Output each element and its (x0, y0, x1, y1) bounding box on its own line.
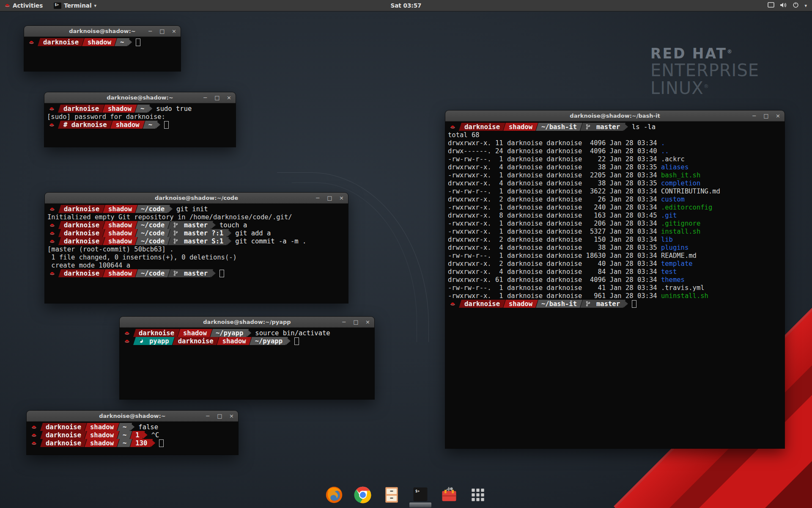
activities-button[interactable]: Activities (3, 0, 44, 11)
host-segment: shadow (178, 329, 212, 337)
prompt-arrow-icon (130, 423, 134, 431)
user-segment: darknoise (459, 123, 505, 131)
file-attributes: drwxrwxr-x. 2 darknoise darknoise 150 Ja… (448, 236, 661, 243)
window-titlebar[interactable]: darknoise@shadow:~−□× (44, 92, 236, 103)
user-segment: darknoise (40, 423, 87, 431)
prompt-line: darknoiseshadow~/codemaster ?:1git add a (47, 229, 346, 237)
prompt-line: darknoiseshadow~ (27, 38, 178, 46)
terminal-content[interactable]: darknoiseshadow~/codegit initInitialized… (45, 204, 348, 277)
prompt-arrow-icon (227, 237, 231, 245)
window-maximize-button[interactable]: □ (327, 195, 332, 201)
branch-segment: master (168, 269, 213, 277)
window-titlebar[interactable]: darknoise@shadow:~/pyapp−□× (120, 317, 374, 328)
file-name: bash_it.sh (661, 171, 700, 179)
window-minimize-button[interactable]: − (752, 113, 757, 119)
user-segment: darknoise (38, 38, 84, 46)
window-minimize-button[interactable]: − (148, 28, 153, 34)
clock[interactable]: Sat 03:57 (0, 2, 812, 9)
window-title: darknoise@shadow:~ (99, 413, 165, 419)
window-minimize-button[interactable]: − (205, 413, 211, 419)
window-maximize-button[interactable]: □ (159, 28, 165, 34)
path-segment: ~/code (135, 205, 170, 213)
branch-icon (173, 271, 181, 276)
host-segment: shadow (110, 121, 145, 129)
file-list-row: drwxrwxr-x. 4 darknoise darknoise 38 Jan… (448, 243, 782, 251)
dock-item-app-grid[interactable] (468, 485, 488, 505)
redhat-icon (29, 433, 42, 437)
terminal-content[interactable]: darknoiseshadow~sudo true[sudo] password… (44, 103, 236, 129)
path-segment: ~/code (135, 237, 170, 245)
dock-item-chrome[interactable] (353, 485, 373, 505)
file-attributes: drwxrwxr-x. 61 darknoise darknoise 4096 … (448, 276, 661, 284)
window-titlebar[interactable]: darknoise@shadow:~−□× (27, 411, 238, 422)
dock-item-toolbox[interactable] (439, 485, 459, 505)
terminal-content[interactable]: darknoiseshadow~falsedarknoiseshadow~1^C… (27, 422, 238, 447)
terminal-window-t3: darknoise@shadow:~/code−□×darknoiseshado… (45, 193, 348, 303)
window-close-button[interactable]: × (339, 195, 344, 201)
file-attributes: drwxrwxr-x. 2 darknoise darknoise 40 Jan… (448, 260, 661, 268)
host-segment: shadow (503, 300, 538, 308)
window-close-button[interactable]: × (775, 113, 781, 119)
file-list-row: drwxrwxr-x. 8 darknoise darknoise 163 Ja… (448, 211, 782, 219)
path-segment: ~/code (135, 229, 170, 237)
redhat-icon (122, 331, 135, 335)
file-name: .editorconfig (661, 204, 712, 211)
file-name: themes (661, 276, 685, 284)
window-titlebar[interactable]: darknoise@shadow:~/bash-it−□× (445, 110, 785, 121)
branch-segment: master ?:1 (168, 229, 229, 237)
output-line: [sudo] password for darknoise: (47, 113, 233, 121)
command-text: sudo true (156, 105, 192, 113)
terminal-icon: $> (411, 486, 430, 504)
branch-segment: master S:1 (168, 237, 229, 245)
window-titlebar[interactable]: darknoise@shadow:~/code−□× (45, 193, 348, 204)
chevron-down-icon: ▾ (94, 3, 97, 8)
prompt-arrow-icon (151, 439, 155, 447)
file-attributes: drwxrwxr-x. 2 darknoise darknoise 26 Jan… (448, 196, 661, 203)
file-name: aliases (661, 163, 689, 171)
prompt-arrow-icon (156, 121, 160, 129)
window-close-button[interactable]: × (171, 28, 177, 34)
focused-app-menu[interactable]: $> Terminal ▾ (50, 0, 100, 11)
window-minimize-button[interactable]: − (315, 195, 321, 201)
prompt-arrow-icon (247, 329, 251, 337)
terminal-content[interactable]: darknoiseshadow~/pyappsource bin/activat… (120, 328, 374, 345)
window-close-button[interactable]: × (365, 319, 370, 325)
command-text: git add a (235, 229, 271, 237)
exit-segment: 130 (130, 439, 153, 447)
window-minimize-button[interactable]: − (203, 95, 208, 100)
dock-item-files[interactable] (382, 485, 401, 505)
redhat-logo-icon (5, 2, 10, 9)
window-maximize-button[interactable]: □ (217, 413, 222, 419)
window-maximize-button[interactable]: □ (353, 319, 359, 325)
output-line: 1 file changed, 0 insertions(+), 0 delet… (47, 253, 346, 261)
terminal-content[interactable]: darknoiseshadow~/bash-itmasterls -latota… (445, 121, 785, 308)
terminal-content[interactable]: darknoiseshadow~ (24, 37, 181, 46)
prompt-line: darknoiseshadow~/codegit init (47, 205, 346, 213)
window-close-button[interactable]: × (229, 413, 234, 419)
window-titlebar[interactable]: darknoise@shadow:~−□× (24, 26, 181, 37)
prompt-line: darknoiseshadow~/pyappsource bin/activat… (122, 329, 372, 337)
branch-icon (173, 222, 181, 228)
dock-item-firefox[interactable] (324, 485, 344, 505)
command-text: source bin/activate (255, 329, 330, 337)
prompt-line: darknoiseshadow~130 (29, 439, 236, 447)
file-list-row: drwxrwxr-x. 11 darknoise darknoise 4096 … (448, 139, 782, 147)
window-close-button[interactable]: × (226, 95, 232, 100)
branch-icon (173, 238, 181, 244)
system-status-area[interactable]: ▾ (768, 2, 812, 9)
window-controls: −□× (315, 193, 344, 203)
window-minimize-button[interactable]: − (341, 319, 347, 325)
host-segment: shadow (103, 205, 137, 213)
file-name: .. (661, 147, 669, 155)
prompt-line: # darknoiseshadow~ (47, 121, 233, 129)
path-segment: ~/pyapp (210, 329, 249, 337)
prompt-line: darknoiseshadow~/codemaster S:1git commi… (47, 237, 346, 245)
terminal-window-t1: darknoise@shadow:~−□×darknoiseshadow~ (24, 26, 181, 71)
file-name: README.md (661, 252, 697, 260)
dock-item-terminal[interactable]: $> (411, 485, 430, 505)
redhat-icon (448, 124, 461, 129)
file-name: uninstall.sh (661, 292, 708, 300)
window-maximize-button[interactable]: □ (763, 113, 769, 119)
host-segment: shadow (103, 237, 137, 245)
window-maximize-button[interactable]: □ (214, 95, 220, 100)
